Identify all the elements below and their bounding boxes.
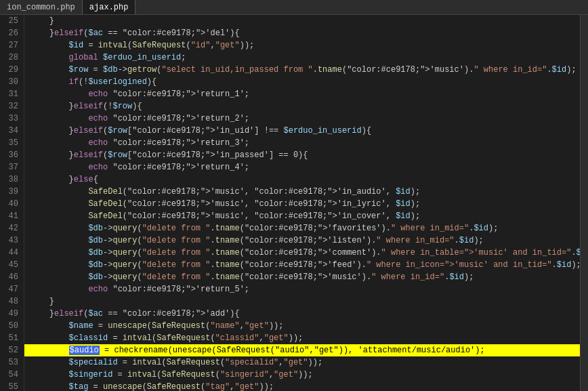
code-line-34: }elseif($row["color:#ce9178;">'in_uid'] … — [24, 125, 580, 137]
code-line-45: $db->query("delete from ".tname("color:#… — [24, 259, 580, 271]
code-line-42: $db->query("delete from ".tname("color:#… — [24, 222, 580, 234]
code-line-55: $tag = unescape(SafeRequest("tag","get")… — [24, 381, 580, 391]
code-line-47: echo "color:#ce9178;">'return_5'; — [24, 283, 580, 295]
code-line-52: $audio = checkrename(unescape(SafeReques… — [24, 344, 580, 356]
code-line-32: }elseif(!$row){ — [24, 100, 580, 112]
tab-ajax[interactable]: ajax.php — [83, 0, 136, 14]
code-line-29: $row = $db->getrow("select in_uid,in_pas… — [24, 64, 580, 76]
code-line-51: $classid = intval(SafeRequest("classid",… — [24, 332, 580, 344]
code-line-40: SafeDel("color:#ce9178;">'music', "color… — [24, 198, 580, 210]
tab-bar: ion_common.php ajax.php — [0, 0, 588, 15]
code-line-25: } — [24, 15, 580, 27]
editor-container: 2526272829303132333435363738394041424344… — [0, 15, 588, 391]
code-line-53: $specialid = intval(SafeRequest("special… — [24, 356, 580, 369]
code-line-39: SafeDel("color:#ce9178;">'music', "color… — [24, 186, 580, 198]
code-line-36: }elseif($row["color:#ce9178;">'in_passed… — [24, 149, 580, 161]
code-line-54: $singerid = intval(SafeRequest("singerid… — [24, 369, 580, 381]
code-line-33: echo "color:#ce9178;">'return_2'; — [24, 112, 580, 125]
code-line-48: } — [24, 295, 580, 308]
line-numbers: 2526272829303132333435363738394041424344… — [0, 15, 24, 391]
code-line-46: $db->query("delete from ".tname("color:#… — [24, 271, 580, 283]
code-line-44: $db->query("delete from ".tname("color:#… — [24, 247, 580, 259]
code-line-31: echo "color:#ce9178;">'return_1'; — [24, 88, 580, 100]
code-line-49: }elseif($ac == "color:#ce9178;">'add'){ — [24, 308, 580, 320]
tab-ion-common[interactable]: ion_common.php — [0, 0, 83, 14]
code-line-35: echo "color:#ce9178;">'return_3'; — [24, 137, 580, 149]
code-line-37: echo "color:#ce9178;">'return_4'; — [24, 161, 580, 173]
code-line-41: SafeDel("color:#ce9178;">'music', "color… — [24, 210, 580, 222]
code-line-27: $id = intval(SafeRequest("id","get")); — [24, 39, 580, 52]
code-line-26: }elseif($ac == "color:#ce9178;">'del'){ — [24, 27, 580, 39]
code-line-38: }else{ — [24, 173, 580, 186]
code-line-43: $db->query("delete from ".tname("color:#… — [24, 234, 580, 247]
code-line-28: global $erduo_in_userid; — [24, 52, 580, 64]
scrollbar[interactable] — [580, 15, 588, 391]
code-line-30: if(!$userlogined){ — [24, 76, 580, 88]
code-area[interactable]: } }elseif($ac == "color:#ce9178;">'del')… — [24, 15, 580, 391]
code-line-50: $name = unescape(SafeRequest("name","get… — [24, 320, 580, 332]
